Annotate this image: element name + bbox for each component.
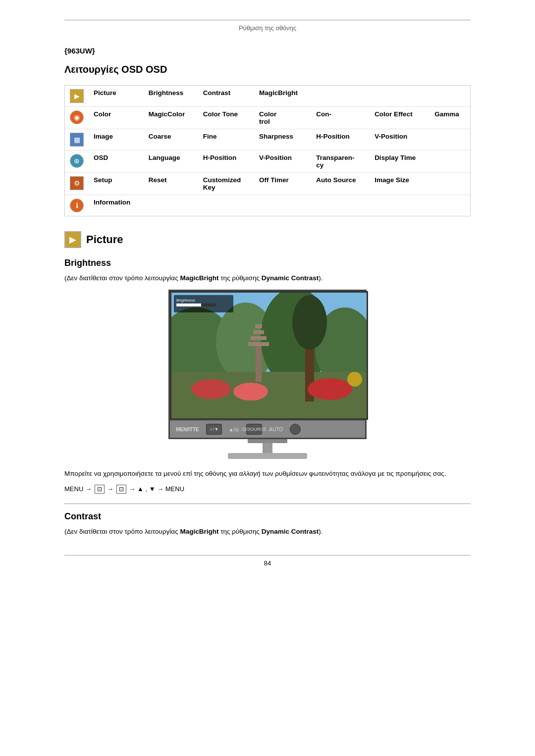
- menu-item-vposition: V-Position: [370, 129, 429, 151]
- ctrl-updown: ▲/◎: [229, 427, 240, 432]
- menu-item-sharpness: Sharpness: [254, 129, 311, 151]
- icon-cell-color: ◉: [65, 107, 89, 129]
- picture-heading: ▶ Picture: [64, 231, 471, 248]
- menu-item-con: Con-: [311, 107, 370, 129]
- color-icon: ◉: [70, 110, 84, 124]
- icon-cell-image: ▦: [65, 129, 89, 151]
- osd-icon: ⊕: [70, 154, 84, 168]
- picture-section-title: Picture: [86, 233, 123, 246]
- contrast-section: Contrast (Δεν διατίθεται στον τρόπο λειτ…: [64, 504, 471, 535]
- menu-label-color: Color: [89, 107, 144, 129]
- icon-cell-info: ℹ: [65, 195, 89, 216]
- picture-icon: ▶: [70, 89, 84, 103]
- model-name: {963UW}: [64, 47, 471, 55]
- monitor-screen: Brightness SAMSUNG: [170, 291, 368, 420]
- monitor-image-container: Brightness SAMSUNG MEN/ITTE ☆/▼ ▲/◎ ⊡/SO…: [64, 290, 471, 459]
- svg-point-14: [233, 383, 268, 401]
- ctrl-menu-label: MEN/ITTE: [176, 427, 199, 432]
- table-row: ▶ Picture Brightness Contrast MagicBrigh…: [65, 86, 470, 107]
- monitor-stand-neck: [263, 443, 272, 453]
- ctrl-power-button[interactable]: [290, 424, 301, 435]
- menu-item-magicbright: MagicBright: [254, 86, 311, 107]
- menu-item-offtimer: Off Timer: [254, 173, 311, 195]
- menu-item-displaytime: Display Time: [370, 151, 429, 173]
- svg-rect-8: [251, 336, 267, 340]
- ctrl-joystick[interactable]: ☆/▼: [206, 424, 222, 435]
- svg-point-13: [191, 379, 231, 399]
- menu-item-reset: Reset: [144, 173, 198, 195]
- menu-item-imagesize: Image Size: [370, 173, 429, 195]
- svg-point-15: [308, 378, 352, 400]
- menu-label-setup: Setup: [89, 173, 144, 195]
- page-footer: 84: [64, 555, 471, 567]
- brightness-body-text: Μπορείτε να χρησιμοποιήσετε τα μενού επί…: [64, 469, 471, 479]
- menu-item-colortrol: Colortrol: [254, 107, 311, 129]
- menu-item-contrast: Contrast: [198, 86, 254, 107]
- menu-item-colortone: Color Tone: [198, 107, 254, 129]
- header-title: Ρύθμιση της οθόνης: [239, 24, 296, 32]
- menu-label-picture: Picture: [89, 86, 144, 107]
- svg-rect-9: [253, 330, 264, 334]
- svg-rect-6: [256, 342, 262, 382]
- svg-point-16: [347, 372, 362, 387]
- menu-item-customizedkey: CustomizedKey: [198, 173, 254, 195]
- ctrl-auto: AUTO: [269, 427, 283, 432]
- osd-table: ▶ Picture Brightness Contrast MagicBrigh…: [64, 85, 471, 216]
- menu-item-magiccolor: MagicColor: [144, 107, 198, 129]
- contrast-note: (Δεν διατίθεται στον τρόπο λειτουργίας M…: [64, 528, 471, 535]
- table-row: ⊕ OSD Language H-Position V-Position Tra…: [65, 151, 470, 173]
- menu-label-information: Information: [89, 195, 144, 216]
- svg-rect-20: [176, 303, 201, 306]
- monitor-base: [228, 453, 307, 459]
- picture-section-icon: ▶: [64, 231, 81, 248]
- navigation-instruction: MENU → ⊡ → ⊡ → ▲ , ▼ → MENU: [64, 485, 471, 494]
- section-divider: [64, 504, 471, 504]
- garden-scene-svg: Brightness: [171, 293, 367, 420]
- menu-label-image: Image: [89, 129, 144, 151]
- contrast-title: Contrast: [64, 511, 471, 522]
- icon-cell-osd: ⊕: [65, 151, 89, 173]
- svg-text:Brightness: Brightness: [176, 298, 195, 302]
- table-row: ℹ Information: [65, 195, 470, 216]
- svg-rect-7: [248, 342, 269, 346]
- table-row: ◉ Color MagicColor Color Tone Colortrol …: [65, 107, 470, 129]
- icon-cell-setup: ⚙: [65, 173, 89, 195]
- menu-item-gamma: Gamma: [429, 107, 470, 129]
- menu-item-brightness: Brightness: [144, 86, 198, 107]
- menu-item-autosource: Auto Source: [311, 173, 370, 195]
- osd-section-title: Λειτουργίες OSD OSD: [64, 64, 471, 75]
- monitor-controls-bar: MEN/ITTE ☆/▼ ▲/◎ ⊡/SOURCE AUTO: [170, 420, 365, 438]
- menu-item-coloreffect: Color Effect: [370, 107, 429, 129]
- setup-icon: ⚙: [70, 176, 84, 190]
- nav-symbol-1: ⊡: [95, 485, 105, 494]
- brightness-note: (Δεν διατίθεται στον τρόπο λειτουργίας M…: [64, 274, 471, 282]
- menu-label-osd: OSD: [89, 151, 144, 173]
- menu-item-hpos-osd: H-Position: [198, 151, 254, 173]
- icon-cell-picture: ▶: [65, 86, 89, 107]
- menu-item-hposition: H-Position: [311, 129, 370, 151]
- nav-symbol-2: ⊡: [116, 485, 126, 494]
- svg-point-12: [292, 295, 327, 350]
- page-header: Ρύθμιση της οθόνης: [64, 20, 471, 32]
- monitor-display-area: Brightness SAMSUNG MEN/ITTE ☆/▼ ▲/◎ ⊡/SO…: [168, 290, 367, 439]
- table-row: ▦ Image Coarse Fine Sharpness H-Position…: [65, 129, 470, 151]
- brightness-title: Brightness: [64, 258, 471, 268]
- ctrl-source-btn[interactable]: ⊡/SOURCE: [246, 424, 262, 435]
- monitor-stand-top: [248, 439, 287, 443]
- menu-item-vpos-osd: V-Position: [254, 151, 311, 173]
- svg-rect-10: [255, 324, 262, 328]
- table-row: ⚙ Setup Reset CustomizedKey Off Timer Au…: [65, 173, 470, 195]
- menu-item-language: Language: [144, 151, 198, 173]
- menu-item-coarse: Coarse: [144, 129, 198, 151]
- page-number: 84: [264, 559, 271, 567]
- image-icon: ▦: [70, 133, 84, 147]
- menu-item-fine: Fine: [198, 129, 254, 151]
- info-icon: ℹ: [70, 199, 84, 212]
- menu-item-transparency: Transparen-cy: [311, 151, 370, 173]
